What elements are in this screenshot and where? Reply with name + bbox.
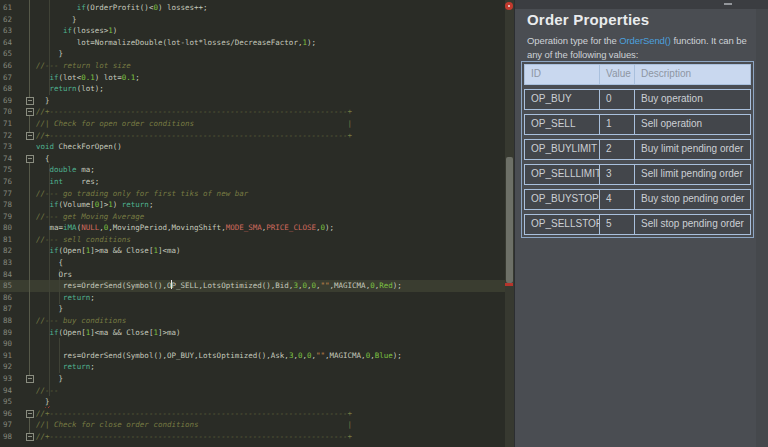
code-line-67[interactable]: 67 if(lot<0.1) lot=0.1; <box>0 72 505 84</box>
line-number: 75 <box>0 164 23 176</box>
code-line-89[interactable]: 89 if(Open[1]<ma && Close[1]>ma) <box>0 327 505 339</box>
table-header-row: IDValueDescription <box>524 64 751 85</box>
scrollbar-thumb[interactable] <box>506 157 513 283</box>
line-number: 95 <box>0 396 23 408</box>
fold-marker-icon[interactable] <box>26 108 34 116</box>
fold-column <box>23 234 36 246</box>
line-number: 67 <box>0 72 23 84</box>
fold-column <box>23 292 36 304</box>
column-header: Value <box>599 65 634 84</box>
code-rows[interactable]: 60 if(OrderProfit()>0) break;61 if(Order… <box>0 0 505 443</box>
fold-column <box>23 385 36 397</box>
line-number: 73 <box>0 141 23 153</box>
row-description: Sell limit pending order <box>634 165 750 184</box>
table-row: OP_SELLLIMIT3Sell limit pending order <box>524 164 751 185</box>
row-description: Sell operation <box>634 115 750 134</box>
code-line-86[interactable]: 86 return; <box>0 292 505 304</box>
code-line-97[interactable]: 97//| Check for close order conditions | <box>0 419 505 431</box>
code-line-87[interactable]: 87 } <box>0 303 505 315</box>
code-line-66[interactable]: 66//--- return lot size <box>0 60 505 72</box>
code-line-96[interactable]: 96//+-----------------------------------… <box>0 408 505 420</box>
table-row: OP_SELL1Sell operation <box>524 114 751 135</box>
code-line-79[interactable]: 79//--- get Moving Average <box>0 211 505 223</box>
code-line-88[interactable]: 88//--- buy conditions <box>0 315 505 327</box>
code-line-69[interactable]: 69 } <box>0 95 505 107</box>
code-line-71[interactable]: 71//| Check for open order conditions | <box>0 118 505 130</box>
code-line-72[interactable]: 72//+-----------------------------------… <box>0 130 505 142</box>
fold-marker-icon[interactable] <box>26 132 34 140</box>
error-badge-icon[interactable] <box>505 2 513 10</box>
table-row: OP_BUYLIMIT2Buy limit pending order <box>524 139 751 160</box>
code-line-73[interactable]: 73void CheckForOpen() <box>0 141 505 153</box>
line-number: 66 <box>0 60 23 72</box>
code-line-92[interactable]: 92 return; <box>0 361 505 373</box>
row-description: Buy operation <box>634 90 750 109</box>
table-row: OP_BUY0Buy operation <box>524 89 751 110</box>
code-line-82[interactable]: 82 if(Open[1]>ma && Close[1]<ma) <box>0 245 505 257</box>
code-line-78[interactable]: 78 if(Volume[0]>1) return; <box>0 199 505 211</box>
code-line-80[interactable]: 80 ma=iMA(NULL,0,MovingPeriod,MovingShif… <box>0 222 505 234</box>
code-line-77[interactable]: 77//--- go trading only for first tiks o… <box>0 188 505 200</box>
code-line-81[interactable]: 81//--- sell conditions <box>0 234 505 246</box>
fold-column <box>23 95 36 107</box>
line-number: 85 <box>0 280 23 292</box>
code-line-64[interactable]: 64 lot=NormalizeDouble(lot-lot*losses/De… <box>0 37 505 49</box>
row-id: OP_BUYLIMIT <box>525 140 599 159</box>
code-line-61[interactable]: 61 if(OrderProfit()<0) losses++; <box>0 2 505 14</box>
fold-marker-icon[interactable] <box>26 433 34 441</box>
code-line-68[interactable]: 68 return(lot); <box>0 83 505 95</box>
code-line-62[interactable]: 62 } <box>0 14 505 26</box>
line-number: 74 <box>0 153 23 165</box>
panel-scrollbar-track[interactable] <box>756 9 768 447</box>
row-description: Buy stop pending order <box>634 190 750 209</box>
intro-text-prefix: Operation type for the <box>527 35 619 46</box>
line-number: 71 <box>0 118 23 130</box>
fold-marker-icon[interactable] <box>26 410 34 418</box>
line-number: 88 <box>0 315 23 327</box>
line-number: 81 <box>0 234 23 246</box>
fold-column <box>23 176 36 188</box>
fold-column <box>23 164 36 176</box>
fold-column <box>23 361 36 373</box>
column-header: Description <box>634 65 750 84</box>
code-line-65[interactable]: 65 } <box>0 48 505 60</box>
row-description: Sell stop pending order <box>634 215 750 234</box>
fold-column <box>23 327 36 339</box>
editor-scrollbar[interactable] <box>505 0 514 447</box>
fold-column <box>23 83 36 95</box>
line-number: 79 <box>0 211 23 223</box>
line-number: 84 <box>0 269 23 281</box>
code-line-93[interactable]: 93 } <box>0 373 505 385</box>
fold-column <box>23 269 36 281</box>
code-line-74[interactable]: 74 { <box>0 153 505 165</box>
fold-column <box>23 25 36 37</box>
code-editor[interactable]: 60 if(OrderProfit()>0) break;61 if(Order… <box>0 0 505 447</box>
fold-marker-icon[interactable] <box>26 155 34 163</box>
code-line-90[interactable]: 90 <box>0 338 505 350</box>
column-header: ID <box>525 65 599 84</box>
line-number: 86 <box>0 292 23 304</box>
fold-marker-icon[interactable] <box>26 97 34 105</box>
code-line-84[interactable]: 84 Ors <box>0 269 505 281</box>
line-number: 63 <box>0 25 23 37</box>
fold-column <box>23 280 36 292</box>
code-line-75[interactable]: 75 double ma; <box>0 164 505 176</box>
code-line-98[interactable]: 98//+-----------------------------------… <box>0 431 505 443</box>
code-line-63[interactable]: 63 if(losses>1) <box>0 25 505 37</box>
code-line-91[interactable]: 91 res=OrderSend(Symbol(),OP_BUY,LotsOpt… <box>0 350 505 362</box>
table-body: OP_BUY0Buy operationOP_SELL1Sell operati… <box>524 89 751 235</box>
fold-marker-icon[interactable] <box>26 375 34 383</box>
code-line-70[interactable]: 70//+-----------------------------------… <box>0 106 505 118</box>
pin-icon[interactable] <box>724 3 732 5</box>
code-line-76[interactable]: 76 int res; <box>0 176 505 188</box>
code-line-85[interactable]: 85 res=OrderSend(Symbol(),OP_SELL,LotsOp… <box>0 280 505 292</box>
code-line-83[interactable]: 83 { <box>0 257 505 269</box>
ordersend-link[interactable]: OrderSend() <box>619 35 671 46</box>
code-line-94[interactable]: 94//--- <box>0 385 505 397</box>
fold-column <box>23 245 36 257</box>
code-line-95[interactable]: 95 } <box>0 396 505 408</box>
line-number: 94 <box>0 385 23 397</box>
error-marker-icon[interactable] <box>505 283 513 286</box>
line-number: 65 <box>0 48 23 60</box>
line-number: 78 <box>0 199 23 211</box>
